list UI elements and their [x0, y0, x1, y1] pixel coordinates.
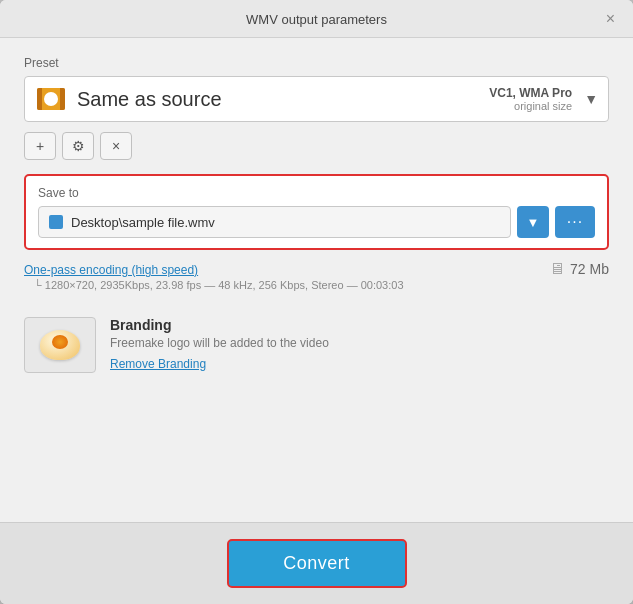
file-size: 🖥 72 Mb — [549, 260, 609, 278]
settings-button[interactable]: ⚙ — [62, 132, 94, 160]
preset-codec: VC1, WMA Pro — [489, 86, 572, 100]
dialog: WMV output parameters × Preset Same as s… — [0, 0, 633, 604]
save-to-section: Save to Desktop\sample file.wmv ▼ ··· — [24, 174, 609, 250]
branding-text: Branding Freemake logo will be added to … — [110, 317, 609, 372]
save-to-label: Save to — [38, 186, 595, 200]
content-area: Preset Same as source VC1, WMA Pro origi… — [0, 38, 633, 522]
encoding-link[interactable]: One-pass encoding (high speed) — [24, 263, 198, 277]
branding-description: Freemake logo will be added to the video — [110, 336, 609, 350]
title-bar: WMV output parameters × — [0, 0, 633, 38]
branding-section: Branding Freemake logo will be added to … — [24, 305, 609, 385]
preset-name: Same as source — [77, 88, 489, 111]
file-path-box[interactable]: Desktop\sample file.wmv — [38, 206, 511, 238]
remove-preset-button[interactable]: × — [100, 132, 132, 160]
remove-branding-link[interactable]: Remove Branding — [110, 357, 206, 371]
preset-size: original size — [489, 100, 572, 112]
footer: Convert — [0, 522, 633, 604]
save-to-row: Desktop\sample file.wmv ▼ ··· — [38, 206, 595, 238]
path-dropdown-button[interactable]: ▼ — [517, 206, 549, 238]
path-more-button[interactable]: ··· — [555, 206, 595, 238]
branding-title: Branding — [110, 317, 609, 333]
preset-dropdown-arrow: ▼ — [584, 91, 598, 107]
film-icon — [37, 88, 65, 110]
encoding-info: One-pass encoding (high speed) └ 1280×72… — [24, 260, 404, 291]
preset-icon — [35, 85, 67, 113]
encoding-details: └ 1280×720, 2935Kbps, 23.98 fps — 48 kHz… — [24, 279, 404, 291]
folder-icon — [49, 215, 63, 229]
add-preset-button[interactable]: + — [24, 132, 56, 160]
close-button[interactable]: × — [602, 9, 619, 29]
preset-info: VC1, WMA Pro original size — [489, 86, 572, 112]
preset-selector[interactable]: Same as source VC1, WMA Pro original siz… — [24, 76, 609, 122]
egg-logo-icon — [40, 330, 80, 360]
encoding-row: One-pass encoding (high speed) └ 1280×72… — [24, 260, 609, 291]
file-size-icon: 🖥 — [549, 260, 565, 278]
dialog-title: WMV output parameters — [246, 12, 387, 27]
dash-icon: └ — [34, 279, 45, 291]
more-dots-icon: ··· — [567, 213, 583, 231]
toolbar: + ⚙ × — [24, 132, 609, 160]
branding-thumbnail — [24, 317, 96, 373]
encoding-details-text: 1280×720, 2935Kbps, 23.98 fps — 48 kHz, … — [45, 279, 404, 291]
file-size-text: 72 Mb — [570, 261, 609, 277]
convert-button[interactable]: Convert — [227, 539, 407, 588]
preset-label: Preset — [24, 56, 609, 70]
file-path-text: Desktop\sample file.wmv — [71, 215, 215, 230]
dropdown-arrow-icon: ▼ — [527, 215, 540, 230]
